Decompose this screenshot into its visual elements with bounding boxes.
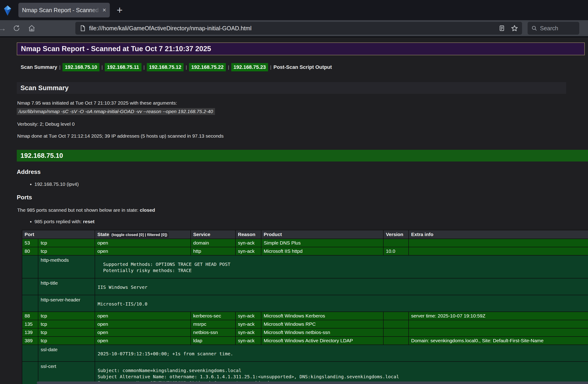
script-name-cell: http-methods <box>38 255 95 278</box>
protocol-cell: tcp <box>38 247 95 255</box>
service-cell: domain <box>191 239 235 247</box>
script-row-pad-cell <box>22 278 38 295</box>
port-row: 389tcpopenldapsyn-ackMicrosoft Windows A… <box>22 337 588 345</box>
tab-close-icon[interactable]: × <box>103 7 106 13</box>
state-toggle-links[interactable]: (toggle closed [0] | filtered [0]) <box>110 232 168 238</box>
report-title-banner: Nmap Scan Report - Scanned at Tue Oct 7 … <box>17 42 585 55</box>
nav-host-link[interactable]: 192.168.75.10 <box>63 63 100 71</box>
script-output-cell: Supported Methods: OPTIONS TRACE GET HEA… <box>95 255 588 278</box>
url-bar[interactable]: file:///home/kali/GameOfActiveDirectory/… <box>75 22 522 35</box>
search-box[interactable]: Search <box>527 22 579 35</box>
reason-cell: syn-ack <box>235 328 261 337</box>
nav-host-links: |192.168.75.10|192.168.75.11|192.168.75.… <box>57 63 273 71</box>
nav-separator: | <box>102 65 103 70</box>
extra-info-cell: server time: 2025-10-07 19:10:59Z <box>409 312 588 320</box>
scan-summary-heading: Scan Summary <box>17 82 566 94</box>
product-cell: Simple DNS Plus <box>261 239 383 247</box>
nav-separator: | <box>144 65 145 70</box>
nav-separator: | <box>270 65 271 70</box>
browser-tab-strip: Nmap Scan Report - Scanned × + <box>0 0 588 20</box>
ports-note: The 985 ports scanned but not shown belo… <box>17 207 588 213</box>
col-header-port: Port <box>22 230 95 239</box>
state-cell: open <box>95 337 191 345</box>
port-row: 53tcpopendomainsyn-ackSimple DNS Plus <box>22 239 588 247</box>
ports-note-state: closed <box>140 207 155 213</box>
port-row: 139tcpopennetbios-ssnsyn-ackMicrosoft Wi… <box>22 328 588 337</box>
reload-icon[interactable] <box>12 24 21 32</box>
col-header-version: Version <box>383 230 409 239</box>
extra-info-cell <box>409 239 588 247</box>
product-cell: Microsoft Windows netbios-ssn <box>261 328 383 337</box>
forward-icon[interactable]: → <box>0 24 7 33</box>
service-cell: netbios-ssn <box>191 328 235 337</box>
extra-info-cell <box>409 328 588 337</box>
col-header-service: Service <box>191 230 235 239</box>
reason-cell: syn-ack <box>235 320 261 328</box>
port-row: 88tcpopenkerberos-secsyn-ackMicrosoft Wi… <box>22 312 588 320</box>
scan-done-text: Nmap done at Tue Oct 7 21:12:14 2025; 39… <box>17 133 588 139</box>
search-icon <box>531 25 537 31</box>
port-cell: 53 <box>22 239 38 247</box>
version-cell <box>383 239 409 247</box>
nav-separator: | <box>59 65 61 70</box>
script-name-cell: http-title <box>38 278 95 295</box>
script-name-cell: ssl-cert <box>38 362 95 384</box>
port-cell: 135 <box>22 320 38 328</box>
reason-cell: syn-ack <box>235 239 261 247</box>
reason-cell: syn-ack <box>235 312 261 320</box>
port-cell: 389 <box>22 337 38 345</box>
product-cell: Microsoft Windows Kerberos <box>261 312 383 320</box>
bookmark-star-icon[interactable] <box>511 25 518 32</box>
scan-initiated-text: Nmap 7.95 was initiated at Tue Oct 7 21:… <box>17 100 588 106</box>
script-row: http-methods Supported Methods: OPTIONS … <box>22 255 588 278</box>
home-icon[interactable] <box>27 24 36 32</box>
ports-replied-reason: reset <box>83 219 94 224</box>
script-output-cell: 2025-10-07T19:12:15+00:00; +1s from scan… <box>95 345 588 362</box>
address-heading: Address <box>17 168 588 175</box>
nav-host-link[interactable]: 192.168.75.23 <box>231 63 268 71</box>
reason-cell: syn-ack <box>235 337 261 345</box>
port-cell: 88 <box>22 312 38 320</box>
ports-table: Port State(toggle closed [0] | filtered … <box>22 230 588 384</box>
nav-scan-summary-link[interactable]: Scan Summary <box>21 64 57 70</box>
protocol-cell: tcp <box>38 239 95 247</box>
browser-toolbar: → file:///home/kali/GameOfActiveDirector… <box>0 20 588 38</box>
extra-info-cell <box>409 320 588 328</box>
service-cell: kerberos-sec <box>191 312 235 320</box>
port-row: 80tcpopenhttpsyn-ackMicrosoft IIS httpd1… <box>22 247 588 255</box>
script-row: http-server-headerMicrosoft-IIS/10.0 <box>22 295 588 312</box>
version-cell: 10.0 <box>383 247 409 255</box>
state-cell: open <box>95 239 191 247</box>
reader-mode-icon[interactable] <box>499 25 505 31</box>
nav-post-scan-link[interactable]: Post-Scan Script Output <box>273 64 332 70</box>
version-cell <box>383 337 409 345</box>
nav-host-link[interactable]: 192.168.75.11 <box>105 63 141 71</box>
script-row: http-titleIIS Windows Server <box>22 278 588 295</box>
protocol-cell: tcp <box>38 328 95 337</box>
ports-replied-item: 985 ports replied with: reset <box>34 219 588 224</box>
version-cell <box>383 320 409 328</box>
nav-host-link[interactable]: 192.168.75.12 <box>147 63 184 71</box>
browser-tab[interactable]: Nmap Scan Report - Scanned × <box>18 3 110 18</box>
reason-cell: syn-ack <box>235 247 261 255</box>
state-cell: open <box>95 328 191 337</box>
version-cell <box>383 328 409 337</box>
ports-heading: Ports <box>17 194 588 201</box>
product-cell: Microsoft Windows RPC <box>261 320 383 328</box>
browser-app-icon <box>3 5 12 16</box>
nav-separator: | <box>228 65 229 70</box>
script-row: ssl-certSubject: commonName=kingslanding… <box>22 362 588 384</box>
new-tab-button[interactable]: + <box>117 3 123 17</box>
state-cell: open <box>95 320 191 328</box>
state-cell: open <box>95 312 191 320</box>
address-item: 192.168.75.10 (ipv4) <box>34 181 588 187</box>
horizontal-scrollbar-thumb[interactable] <box>37 382 588 384</box>
col-header-state: State(toggle closed [0] | filtered [0]) <box>95 230 191 239</box>
host-heading: 192.168.75.10 <box>17 150 588 161</box>
script-output-cell: Subject: commonName=kingslanding.sevenki… <box>95 362 588 384</box>
address-list: 192.168.75.10 (ipv4) <box>0 181 588 187</box>
nmap-command-text: /usr/lib/nmap/nmap -sC -sV -O -oA nmap-i… <box>17 108 215 115</box>
nav-host-link[interactable]: 192.168.75.22 <box>189 63 226 71</box>
product-cell: Microsoft IIS httpd <box>261 247 383 255</box>
ports-table-header-row: Port State(toggle closed [0] | filtered … <box>22 230 588 239</box>
